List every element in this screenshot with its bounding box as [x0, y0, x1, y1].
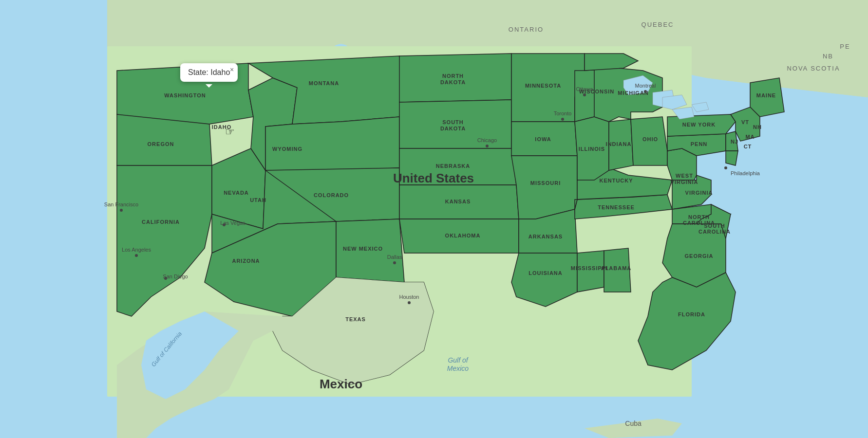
state-wyoming[interactable]	[265, 117, 399, 170]
svg-text:☞: ☞	[225, 126, 235, 138]
dot-montreal	[644, 90, 647, 93]
dot-san-francisco	[120, 209, 123, 212]
dot-los-angeles	[135, 254, 138, 257]
state-north-dakota[interactable]	[399, 54, 511, 102]
state-indiana[interactable]	[609, 119, 633, 170]
dot-philadelphia	[724, 166, 727, 169]
state-oklahoma[interactable]	[399, 219, 519, 253]
dot-houston	[408, 301, 411, 304]
map-container[interactable]: .state { fill: #4a9e5c; stroke: #222; st…	[0, 0, 868, 438]
state-maine[interactable]	[750, 78, 784, 117]
state-mississippi[interactable]	[577, 251, 604, 292]
cursor-hand: ☞	[225, 126, 235, 138]
dot-las-vegas	[223, 223, 226, 226]
dot-ottawa	[583, 93, 586, 96]
state-illinois[interactable]	[575, 117, 609, 180]
state-maryland-de[interactable]	[726, 151, 738, 165]
tooltip-close-button[interactable]: ×	[230, 66, 234, 73]
us-map-svg[interactable]: .state { fill: #4a9e5c; stroke: #222; st…	[0, 0, 868, 438]
state-nebraska[interactable]	[399, 148, 516, 185]
dot-dallas	[393, 261, 396, 264]
state-tooltip[interactable]: × State: Idaho	[180, 63, 238, 82]
state-minnesota[interactable]	[511, 54, 585, 122]
state-iowa[interactable]	[511, 122, 577, 156]
state-south-dakota[interactable]	[399, 100, 511, 148]
dot-toronto	[561, 118, 564, 121]
label-cuba: Cuba	[625, 420, 642, 427]
dot-san-diego	[164, 277, 167, 280]
state-new-jersey[interactable]	[726, 131, 738, 151]
tooltip-text: State: Idaho	[188, 68, 230, 76]
dot-chicago	[486, 145, 489, 147]
state-kansas[interactable]	[399, 185, 519, 219]
state-new-mexico[interactable]	[336, 219, 404, 282]
state-alabama[interactable]	[604, 248, 631, 292]
state-ohio[interactable]	[631, 117, 667, 165]
state-missouri[interactable]	[511, 156, 577, 219]
state-new-york[interactable]	[667, 114, 736, 136]
